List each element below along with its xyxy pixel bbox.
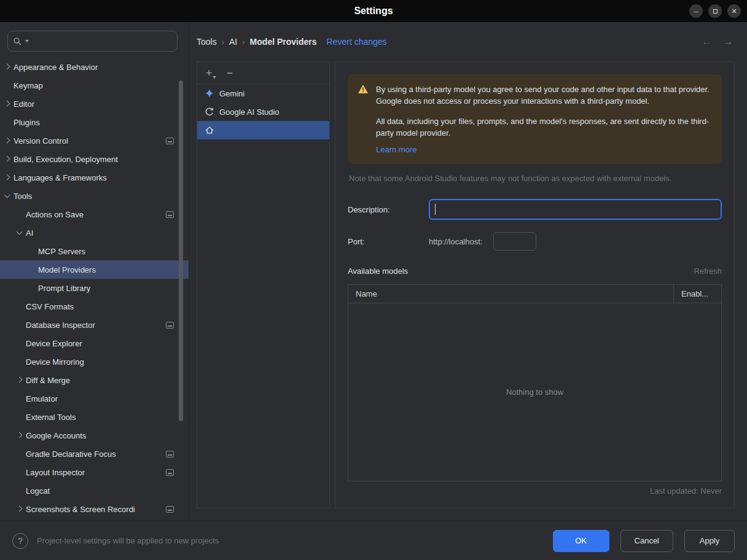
chevron-right-icon[interactable] [1, 136, 14, 146]
titlebar: Settings – ✕ [0, 0, 747, 22]
sidebar-item-logcat[interactable]: Logcat [0, 481, 189, 500]
refresh-button[interactable]: Refresh [694, 266, 722, 276]
chevron-spacer [1, 117, 14, 127]
sidebar-item-model-providers[interactable]: Model Providers [0, 260, 189, 279]
chevron-spacer [14, 486, 26, 496]
apply-button[interactable]: Apply [684, 530, 735, 552]
sidebar-item-database-inspector[interactable]: Database Inspector [0, 316, 189, 334]
description-input[interactable] [429, 199, 722, 220]
models-table-empty-state: Nothing to show [348, 303, 721, 481]
breadcrumb-items: Tools›AI›Model Providers [197, 37, 317, 47]
minimize-button[interactable]: – [689, 4, 703, 18]
back-arrow-icon[interactable]: ← [702, 36, 712, 48]
description-row: Description: [348, 199, 722, 220]
learn-more-link[interactable]: Learn more [376, 145, 417, 154]
breadcrumb-item-ai[interactable]: AI [229, 37, 237, 47]
sidebar-item-label: Diff & Merge [26, 376, 70, 385]
breadcrumb-item-model-providers[interactable]: Model Providers [250, 37, 317, 47]
available-models-label: Available models [348, 266, 408, 276]
chevron-right-icon[interactable] [14, 430, 26, 440]
chevron-down-icon[interactable] [14, 228, 26, 238]
project-settings-icon [166, 138, 174, 144]
ok-button[interactable]: OK [553, 530, 609, 552]
sidebar-item-label: Actions on Save [26, 210, 84, 219]
sidebar-item-version-control[interactable]: Version Control [0, 131, 189, 150]
last-updated-text: Last updated: Never [348, 486, 722, 496]
project-settings-icon [166, 211, 174, 218]
warning-paragraph-2: All data, including your files, prompts,… [376, 116, 711, 139]
provider-item-gemini[interactable]: Gemini [197, 84, 329, 103]
provider-detail-panel: By using a third-party model you agree t… [335, 61, 735, 508]
project-settings-icon [166, 469, 174, 476]
sidebar-item-device-mirroring[interactable]: Device Mirroring [0, 352, 189, 371]
sidebar-item-layout-inspector[interactable]: Layout Inspector [0, 463, 189, 481]
provider-item-google-ai-studio[interactable]: Google AI Studio [197, 103, 329, 121]
sidebar-item-editor[interactable]: Editor [0, 95, 189, 113]
sidebar-item-label: Version Control [14, 136, 68, 146]
text-caret [435, 204, 436, 215]
search-options-chevron-icon[interactable] [25, 40, 29, 42]
sidebar-item-keymap[interactable]: Keymap [0, 76, 189, 95]
sidebar-item-ai[interactable]: AI [0, 224, 189, 242]
chevron-spacer [14, 338, 26, 348]
sidebar-item-appearance-behavior[interactable]: Appearance & Behavior [0, 58, 189, 76]
remove-provider-button[interactable]: − [224, 68, 235, 79]
close-button[interactable]: ✕ [727, 4, 741, 18]
sidebar-item-gradle-declarative-focus[interactable]: Gradle Declarative Focus [0, 445, 189, 463]
project-settings-icon [166, 451, 174, 457]
sidebar-item-prompt-library[interactable]: Prompt Library [0, 279, 189, 297]
maximize-button[interactable] [708, 4, 722, 18]
warning-icon [358, 84, 369, 96]
column-header-name[interactable]: Name [348, 289, 673, 298]
sidebar-item-screenshots-screen-recordi[interactable]: Screenshots & Screen Recordi [0, 500, 189, 518]
chevron-spacer [14, 412, 26, 422]
breadcrumb-separator: › [242, 37, 244, 47]
sidebar-item-google-accounts[interactable]: Google Accounts [0, 426, 189, 445]
sidebar-item-build-execution-deployment[interactable]: Build, Execution, Deployment [0, 150, 189, 168]
sidebar-scrollbar[interactable] [179, 80, 183, 421]
sidebar-item-emulator[interactable]: Emulator [0, 389, 189, 408]
search-icon [13, 37, 22, 46]
provider-item-home[interactable] [197, 121, 329, 139]
description-label: Description: [348, 205, 429, 214]
add-provider-button[interactable]: + [203, 68, 214, 79]
window-controls: – ✕ [689, 4, 747, 18]
sidebar-item-label: Keymap [14, 81, 43, 90]
breadcrumb-item-tools[interactable]: Tools [197, 37, 217, 47]
window-title: Settings [0, 6, 747, 17]
sidebar-item-mcp-servers[interactable]: MCP Servers [0, 242, 189, 260]
sidebar-item-external-tools[interactable]: External Tools [0, 408, 189, 426]
chevron-right-icon[interactable] [14, 375, 26, 385]
search-box[interactable] [7, 31, 178, 52]
column-header-enabled[interactable]: Enabl... [673, 285, 721, 303]
sidebar-item-csv-formats[interactable]: CSV Formats [0, 297, 189, 316]
chevron-right-icon[interactable] [1, 99, 14, 109]
search-input[interactable] [31, 37, 172, 46]
chevron-spacer [14, 320, 26, 330]
revert-changes-link[interactable]: Revert changes [327, 37, 387, 47]
chevron-spacer [26, 246, 38, 256]
chevron-down-icon[interactable] [1, 191, 14, 201]
sidebar-item-plugins[interactable]: Plugins [0, 113, 189, 131]
chevron-right-icon[interactable] [1, 62, 14, 72]
gemini-icon [205, 88, 214, 98]
sidebar-item-actions-on-save[interactable]: Actions on Save [0, 205, 189, 224]
sidebar-item-languages-frameworks[interactable]: Languages & Frameworks [0, 168, 189, 187]
google-ai-studio-icon [205, 107, 214, 117]
forward-arrow-icon[interactable]: → [723, 36, 733, 48]
sidebar-item-tools[interactable]: Tools [0, 187, 189, 205]
available-models-header: Available models Refresh [348, 266, 722, 276]
chevron-right-icon[interactable] [14, 504, 26, 514]
chevron-right-icon[interactable] [1, 173, 14, 182]
chevron-right-icon[interactable] [1, 154, 14, 164]
chevron-spacer [26, 265, 38, 274]
history-nav: ← → [702, 36, 733, 48]
sidebar-item-label: Google Accounts [26, 431, 86, 440]
cancel-button[interactable]: Cancel [620, 530, 673, 552]
models-table-header: Name Enabl... [348, 285, 721, 303]
port-input[interactable] [493, 232, 536, 251]
help-button[interactable]: ? [12, 533, 28, 549]
sidebar-item-device-explorer[interactable]: Device Explorer [0, 334, 189, 352]
sidebar-item-diff-merge[interactable]: Diff & Merge [0, 371, 189, 389]
chevron-spacer [14, 301, 26, 311]
